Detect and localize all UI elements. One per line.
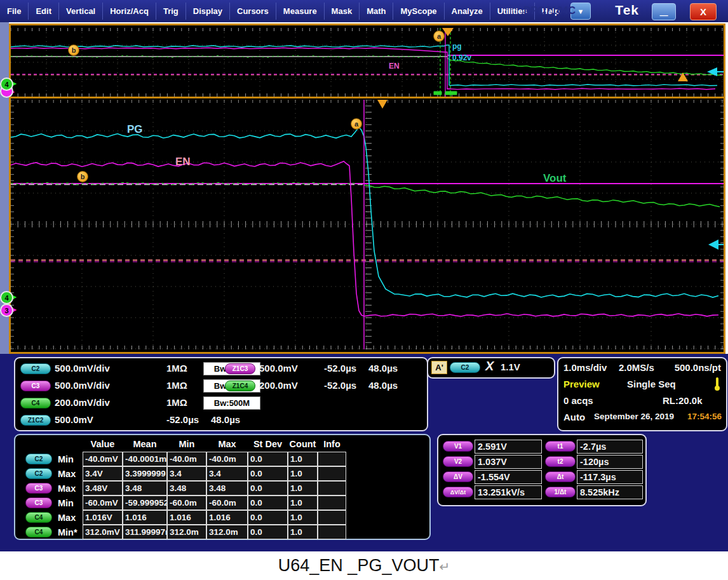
cursor-dt-badge[interactable]: Δt [545,471,576,482]
preview-status: Preview [563,379,600,389]
meas-name: Min [58,454,74,464]
trigger-source-badge[interactable]: C2 [450,362,480,373]
chevron-down-icon: ▼ [577,8,584,15]
menu-item-cursors[interactable]: Cursors [230,0,276,22]
overview-trigger-level-label: 0.92v [452,53,471,62]
meas-name: Max [58,513,76,523]
channel2-badge[interactable]: C2 [20,363,51,374]
zoom1-channel4-badge[interactable]: Z1C4 [225,381,255,391]
zoom1-channel2-t2: 48.0µs [211,414,240,425]
menu-item-file[interactable]: File [0,0,28,22]
meas-ch-badge[interactable]: C2 [25,454,52,464]
cursor-dt-value: -117.3µs [577,470,643,484]
meas-ch-badge[interactable]: C3 [25,497,52,508]
control-area: C2 500.0mV/div 1MΩ Bw:500M C3 500.0mV/di… [0,354,728,551]
cursor-1dt-value: 8.525kHz [577,485,643,499]
zoom-graticule [11,100,724,349]
meas-header-count: Count [288,438,318,450]
menu-item-mask[interactable]: Mask [325,0,360,22]
channel3-badge[interactable]: C3 [20,381,51,391]
menu-item-myscope[interactable]: MyScope [393,0,443,22]
meas-header-info: Info [318,438,346,450]
channel4-bandwidth: Bw:500M [203,396,260,410]
zoom1-channel2-badge[interactable]: Z1C2 [20,415,51,426]
meas-name: Max [58,483,76,494]
zoom1-channel3-t2: 48.0µs [368,363,398,374]
channel4-overview-marker[interactable]: 4 [0,78,13,91]
cursor-v2-badge[interactable]: V2 [443,456,473,467]
meas-ch-badge[interactable]: C3 [25,483,52,494]
zoom1-channel4-t1: -52.0µs [324,380,356,391]
model-watermark: DPO7104C [523,5,576,17]
acquisition-count: 0 acqs [563,395,593,406]
measurement-row: C2Min -40.0mV-40.0001m-40.0m-40.0m0.01.0 [20,452,346,466]
overview-pg-label: pg [452,42,462,51]
menu-item-trig[interactable]: Trig [156,0,185,22]
cursor-b-marker-overview[interactable]: b [68,44,79,56]
trigger-slope-icon: X [485,359,494,374]
trigger-level: 1.1V [501,361,520,372]
meas-name: Min* [58,527,78,537]
menu-item-display[interactable]: Display [186,0,229,22]
date-readout: September 26, 2019 [594,412,674,421]
acquisition-mode: Single Seq [627,379,676,389]
menu-item-math[interactable]: Math [360,0,393,22]
menu-item-horiz-acq[interactable]: Horiz/Acq [103,0,156,22]
graticule-divider [11,97,724,98]
cursor-a-marker-overview[interactable]: a [433,30,445,42]
main-en-label: EN [175,156,191,168]
menu-item-edit[interactable]: Edit [29,0,58,22]
meas-header-min: Min [167,438,206,450]
meas-header-stdev: St Dev [248,438,288,450]
cursor-b-marker[interactable]: b [77,171,88,182]
cursor-v2-value: 1.037V [475,455,542,469]
zoom1-channel3-badge[interactable]: Z1C3 [225,363,255,374]
channel3-marker[interactable]: 3 [0,304,13,317]
cursor-1dt-badge[interactable]: 1/Δt [545,487,576,497]
cursor-v1-badge[interactable]: V1 [443,441,473,452]
close-button[interactable]: X [690,3,717,20]
channel4-badge[interactable]: C4 [20,398,51,408]
caption-area: U64_EN _PG_VOUT↵ [0,551,728,580]
cursor-t2-value: -120µs [577,455,643,469]
channel2-impedance: 1MΩ [166,363,187,374]
temperature-icon [715,377,720,391]
cursor-a-marker[interactable]: a [351,118,362,130]
trigger-a-badge[interactable]: A' [431,361,447,374]
meas-ch-badge[interactable]: C2 [25,468,52,479]
meas-ch-badge[interactable]: C4 [25,527,52,537]
record-length: RL:20.0k [663,395,703,406]
menu-item-vertical[interactable]: Vertical [59,0,102,22]
cursor-dv-value: -1.554V [475,470,542,484]
channel4-marker[interactable]: 4 [0,291,13,304]
menu-item-measure[interactable]: Measure [276,0,324,22]
cursor-dvdt-badge[interactable]: ΔV/Δt [443,487,473,497]
overview-graticule [11,28,724,97]
minimize-icon: — [660,10,668,20]
timebase-scale: 1.0ms/div [563,362,607,373]
zoom1-channel2-t1: -52.0µs [166,414,199,425]
main-vout-label: Vout [543,172,567,185]
menu-item-analyze[interactable]: Analyze [445,0,490,22]
cursor-t1-value: -2.7µs [577,440,643,454]
channel3-scale: 500.0mV/div [55,380,110,391]
meas-ch-badge[interactable]: C4 [25,512,52,523]
trigger-panel: A' C2 X 1.1V [427,357,555,379]
cursor-readout-panel: V1 2.591V V2 1.037V ΔV -1.554V ΔV/Δt 13.… [437,434,647,506]
measurement-row: C2Max 3.4V3.39999993.43.40.01.0 [20,466,346,481]
zoom1-channel3-scale: 500.0mV [259,363,298,374]
return-mark-icon: ↵ [439,560,450,574]
meas-header-value: Value [83,438,123,450]
menu-bar: File Edit Vertical Horiz/Acq Trig Displa… [0,0,595,22]
meas-name: Max [58,469,76,479]
cursor-t2-badge[interactable]: t2 [545,456,576,467]
caption-text: U64_EN _PG_VOUT↵ [278,556,450,576]
measurement-row: C4Min* 312.0mV311.99997m312.0m312.0m0.01… [20,525,346,539]
measurement-row: C4Max 1.016V1.0161.0161.0160.01.0 [20,510,346,525]
time-readout: 17:54:56 [687,412,722,421]
cursor-dv-badge[interactable]: ΔV [443,471,473,482]
timebase-panel: 1.0ms/div 2.0MS/s 500.0ns/pt Preview Sin… [557,357,727,431]
measurement-row: C3Min -60.0mV-59.999952m-60.0m-60.0m0.01… [20,496,346,510]
minimize-button[interactable]: — [652,3,676,20]
cursor-t1-badge[interactable]: t1 [545,441,576,452]
